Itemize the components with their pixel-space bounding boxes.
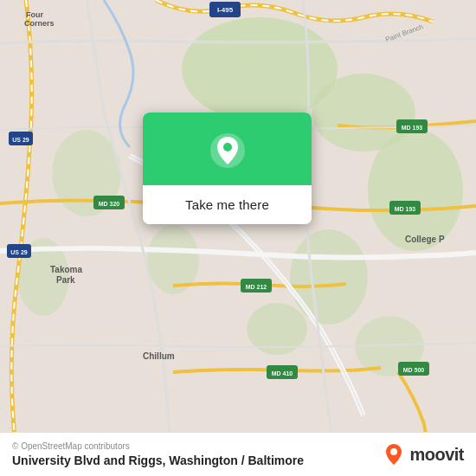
svg-text:US 29: US 29 <box>12 137 29 143</box>
svg-text:Park: Park <box>56 275 75 285</box>
svg-point-36 <box>223 143 232 151</box>
map-container: I-495 US 29 US 29 MD 320 MD 193 MD 193 M… <box>0 0 476 476</box>
copyright-text: © OpenStreetMap contributors <box>12 441 304 451</box>
svg-text:MD 500: MD 500 <box>403 367 425 373</box>
svg-text:College P: College P <box>405 235 445 244</box>
svg-point-4 <box>290 229 368 325</box>
svg-text:Chillum: Chillum <box>143 351 175 361</box>
svg-text:MD 193: MD 193 <box>395 206 416 212</box>
popup-card: Take me there <box>143 113 312 224</box>
svg-text:I-495: I-495 <box>217 6 234 14</box>
bottom-left-section: © OpenStreetMap contributors University … <box>12 441 304 467</box>
map-background: I-495 US 29 US 29 MD 320 MD 193 MD 193 M… <box>0 0 476 476</box>
take-me-there-button[interactable]: Take me there <box>143 185 312 224</box>
popup-header <box>143 113 312 185</box>
moovit-brand-text: moovit <box>409 445 464 465</box>
svg-text:MD 410: MD 410 <box>272 370 293 376</box>
svg-point-3 <box>368 130 463 251</box>
svg-text:US 29: US 29 <box>10 249 28 255</box>
svg-text:MD 193: MD 193 <box>402 125 423 131</box>
moovit-logo: moovit <box>382 442 464 466</box>
location-pin-icon <box>209 132 247 170</box>
svg-text:Takoma: Takoma <box>50 265 82 274</box>
svg-point-37 <box>390 448 397 455</box>
location-title: University Blvd and Riggs, Washington / … <box>12 453 304 467</box>
bottom-bar: © OpenStreetMap contributors University … <box>0 432 476 476</box>
svg-text:Corners: Corners <box>24 19 55 28</box>
svg-text:MD 320: MD 320 <box>99 201 120 207</box>
moovit-pin-icon <box>382 442 406 466</box>
svg-text:MD 212: MD 212 <box>246 284 267 290</box>
svg-text:Four: Four <box>26 10 43 19</box>
